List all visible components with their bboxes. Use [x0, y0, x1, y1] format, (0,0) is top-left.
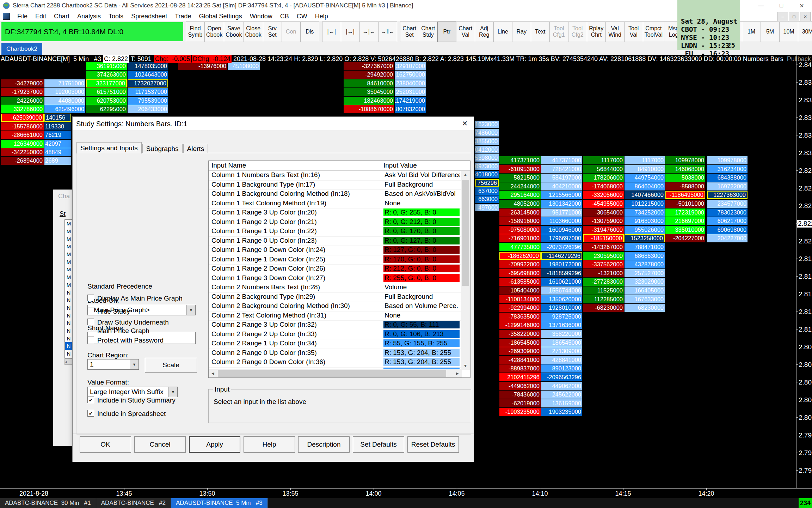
studies-list-item[interactable]: M — [65, 273, 72, 281]
chartbook-tab[interactable]: Chartbook2 — [1, 43, 42, 55]
menu-item-window[interactable]: Window — [246, 11, 276, 21]
timeframe-30m-button[interactable]: 30M — [798, 22, 812, 42]
tool-config2-button[interactable]: Tool Cfg2 — [568, 22, 587, 42]
ray-tool-button[interactable]: Ray — [512, 22, 531, 42]
horizontal-scrollbar[interactable]: ◄ ► — [209, 369, 462, 377]
studies-list-item[interactable]: M — [65, 250, 72, 258]
checkbox-box[interactable] — [87, 295, 94, 301]
tab-subgraphs[interactable]: Subgraphs — [142, 144, 183, 153]
studies-list-item[interactable]: N — [65, 312, 72, 319]
tool-values-button[interactable]: Tool Val — [624, 22, 643, 42]
input-list-row[interactable]: Column 1 Range 0 Up Color (In:23)R: 0, G… — [209, 236, 461, 246]
scroll-down-icon[interactable]: ▼ — [461, 362, 470, 370]
checkbox-box[interactable] — [87, 337, 94, 343]
minimize-icon[interactable]: — — [751, 0, 771, 11]
connect-button[interactable]: Con — [282, 22, 301, 42]
studies-listbox-partial[interactable]: MMMMMMMMMNNNNNNNNN — [64, 219, 72, 358]
disconnect-button[interactable]: Dis — [300, 22, 319, 42]
input-list-row[interactable]: Column 1 Range 3 Down Color (In:27)R: 25… — [209, 274, 461, 284]
menu-item-help[interactable]: Help — [311, 11, 332, 21]
studies-list-item[interactable]: N — [65, 334, 72, 342]
studies-list-item[interactable]: N — [65, 327, 72, 335]
mdi-minimize-icon[interactable]: – — [777, 12, 788, 21]
chart-studies-button[interactable]: Chart Stdy — [419, 22, 438, 42]
dialog-title-bar[interactable]: Study Settings: Numbers Bars. ID:1 ✕ — [73, 117, 474, 130]
reset-defaults-button[interactable]: Reset Defaults — [407, 436, 459, 453]
compact-tool-values-button[interactable]: Cmpct ToolVal — [643, 22, 664, 42]
studies-list-item[interactable]: N — [65, 289, 72, 296]
menu-item-cw[interactable]: CW — [293, 11, 311, 21]
set-defaults-button[interactable]: Set Defaults — [353, 436, 404, 453]
studies-list-item[interactable]: N — [65, 304, 72, 312]
checkbox-include-in-spreadsheet[interactable]: ✔Include in Spreadsheet — [87, 410, 166, 418]
vertical-scrollbar[interactable]: ▲ ▼ — [461, 171, 470, 370]
help-button[interactable]: Help — [244, 436, 295, 453]
studies-list-item[interactable]: M — [65, 220, 72, 228]
inputs-list[interactable]: Input Name Input Value Column 1 Numbers … — [208, 161, 470, 378]
studies-list-item[interactable]: M — [65, 266, 72, 273]
input-list-row[interactable]: Column 2 Background Type (In:29)Full Bac… — [209, 292, 461, 302]
chart-tab-adabtc-binance-#2[interactable]: ADABTC-BINANCE #2 — [96, 498, 171, 508]
checkbox-box[interactable]: ✔ — [87, 410, 94, 417]
mdi-restore-icon[interactable]: □ — [789, 12, 799, 21]
menu-item-edit[interactable]: Edit — [31, 11, 50, 21]
mdi-close-icon[interactable]: ✕ — [800, 12, 811, 21]
input-list-row[interactable]: Column 2 Text Coloring Method (In:31)Non… — [209, 311, 461, 321]
menu-item-tools[interactable]: Tools — [105, 11, 127, 21]
apply-button[interactable]: Apply — [189, 436, 240, 453]
input-list-row[interactable]: Column 1 Range 2 Down Color (In:26)R: 21… — [209, 264, 461, 274]
studies-list-item[interactable]: M — [65, 243, 72, 250]
input-list-row[interactable]: Column 2 Background Coloring Method (In:… — [209, 302, 461, 312]
input-list-row[interactable]: Column 2 Range 3 Up Color (In:32)R: 0, G… — [209, 320, 461, 330]
checkbox-display-as-main-price-graph[interactable]: Display As Main Price Graph — [87, 294, 183, 303]
server-settings-button[interactable]: Srv Set — [263, 22, 282, 42]
input-list-row[interactable]: Column 2 Numbers Bars Text (In:28)Volume — [209, 283, 461, 293]
chart-system-icon[interactable] — [3, 13, 10, 20]
studies-list-item[interactable]: N — [65, 350, 72, 358]
tool-config1-button[interactable]: Tool Cfg1 — [549, 22, 568, 42]
chart-region-dropdown[interactable]: 1 ▼ — [87, 359, 139, 370]
close-chartbook-button[interactable]: Close Cbook — [244, 22, 263, 42]
scroll-left-icon[interactable]: ◄ — [209, 369, 217, 377]
chart-settings-button[interactable]: Chart Set — [400, 22, 419, 42]
chart-tab-adabtc-binance-30-min-#1[interactable]: ADABTC-BINANCE 30 Min #1 — [0, 498, 96, 508]
tab-settings-and-inputs[interactable]: Settings and Inputs — [76, 142, 142, 153]
timeframe-5m-button[interactable]: 5M — [761, 22, 780, 42]
chart-tab-adausdt-binance-5-min-#3[interactable]: ADAUSDT-BINANCE 5 Min #3 — [171, 498, 268, 508]
checkbox-box[interactable]: ✔ — [87, 397, 94, 403]
decrease-bar-spacing-icon[interactable]: |←| — [322, 22, 341, 42]
input-list-row[interactable]: Column 1 Numbers Bars Text (In:16)Ask Vo… — [209, 171, 461, 181]
scroll-up-icon[interactable]: ▲ — [461, 171, 470, 179]
input-list-row[interactable]: Column 1 Range 0 Down Color (In:24)R: 12… — [209, 246, 461, 255]
input-list-row[interactable]: Column 1 Range 1 Down Color (In:25)R: 17… — [209, 255, 461, 265]
studies-list-item[interactable]: N — [65, 296, 72, 304]
widen-bars-icon[interactable]: →‖← — [378, 22, 397, 42]
adjust-region-button[interactable]: Adj Reg — [475, 22, 494, 42]
menu-item-file[interactable]: File — [13, 11, 31, 21]
cancel-button[interactable]: Cancel — [134, 436, 186, 453]
value-format-dropdown[interactable]: Large Integer With Suffix ▼ — [87, 387, 178, 397]
input-list-row[interactable]: Column 2 Range 1 Up Color (In:34)R: 55, … — [209, 339, 461, 349]
studies-list-item[interactable]: M — [65, 228, 72, 235]
timeframe-10m-button[interactable]: 10M — [779, 22, 798, 42]
studies-list-item-selected[interactable]: N — [65, 342, 72, 350]
line-tool-button[interactable]: Line — [493, 22, 512, 42]
text-tool-button[interactable]: Text — [531, 22, 550, 42]
menu-item-spreadsheet[interactable]: Spreadsheet — [127, 11, 171, 21]
ok-button[interactable]: OK — [80, 436, 131, 453]
menu-item-analysis[interactable]: Analysis — [73, 11, 105, 21]
chart-values-button[interactable]: Chart Val — [456, 22, 475, 42]
scrollbar-thumb[interactable] — [218, 370, 446, 377]
open-chartbook-button[interactable]: Open Cbook — [204, 22, 224, 42]
menu-item-cb[interactable]: CB — [276, 11, 293, 21]
input-list-row[interactable]: Column 2 Range 2 Up Color (In:33)R: 0, G… — [209, 330, 461, 340]
scrollbar-thumb[interactable] — [462, 180, 469, 286]
checkbox-hide-study[interactable]: Hide Study — [87, 307, 130, 316]
studies-list-item[interactable]: M — [65, 258, 72, 266]
studies-list-item[interactable]: N — [65, 319, 72, 327]
input-list-row[interactable]: Column 1 Range 2 Up Color (In:21)R: 0, G… — [209, 218, 461, 228]
scroll-right-icon[interactable]: ► — [453, 369, 462, 377]
checkbox-include-in-study-summary[interactable]: ✔Include in Study Summary — [87, 396, 176, 405]
pointer-tool-button[interactable]: Ptr — [437, 22, 456, 42]
menu-item-trade[interactable]: Trade — [171, 11, 195, 21]
